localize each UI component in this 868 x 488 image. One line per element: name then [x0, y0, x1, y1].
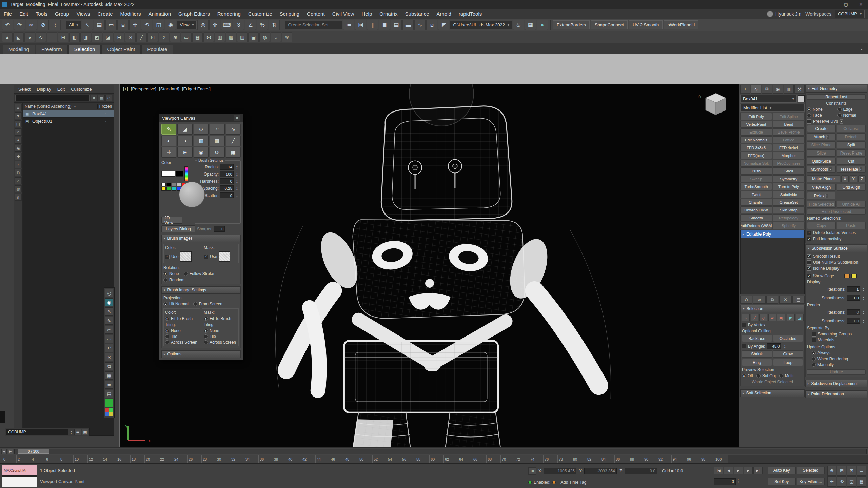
show-end-result-icon[interactable]: ∞	[753, 296, 765, 304]
unlink-selection-icon[interactable]: ⊘	[38, 20, 49, 30]
minimize-button[interactable]: –	[824, 0, 838, 9]
edge-mode-icon[interactable]: ╱	[751, 314, 758, 321]
element-mode-icon[interactable]: ▣	[777, 314, 785, 321]
material-editor-icon[interactable]: ◩	[438, 20, 449, 30]
cgbump-grid-icon[interactable]: ▦	[82, 429, 88, 435]
modifier-button[interactable]: Lattice	[773, 136, 805, 143]
by-angle-checkbox[interactable]: By Angle: 45.0	[742, 343, 803, 349]
motion-tab[interactable]: ◉	[773, 85, 783, 94]
grow-button[interactable]: Grow	[773, 350, 803, 358]
update-option-radio[interactable]: ● Always	[807, 351, 866, 355]
explorer-menu-item[interactable]: Select	[15, 87, 34, 92]
brush-images-rollout-header[interactable]: ▾Brush Images	[161, 235, 241, 242]
set-key-button[interactable]: Set Key	[768, 478, 796, 485]
cgbump-input[interactable]: CGBUMP	[6, 429, 68, 435]
edit-geometry-button[interactable]: Slice Plane	[807, 141, 836, 148]
sharpen-field[interactable]: 0	[214, 226, 225, 232]
palette-color-cell[interactable]	[166, 187, 171, 191]
modifier-button[interactable]: Morpher	[773, 152, 805, 159]
adaptive-degradation-toggle[interactable]: Enabled:	[528, 480, 556, 485]
knife-tool-icon[interactable]: ✂	[105, 326, 113, 334]
soft-selection-icon[interactable]: ◣	[13, 32, 24, 42]
modifier-button[interactable]: Skin Wrap	[773, 206, 805, 214]
shape-connect-button[interactable]: ShapeConnect	[591, 20, 628, 29]
make-planar-button[interactable]: Make Planar	[807, 175, 840, 182]
edit-geometry-button[interactable]: Detach	[837, 133, 866, 140]
erase-tool[interactable]: ◪	[177, 124, 192, 135]
current-frame-field[interactable]: 0	[714, 478, 736, 485]
render-iterations-field[interactable]: 0	[847, 309, 860, 315]
lock-explorer-icon[interactable]: ⊝	[105, 95, 112, 101]
uv2smooth-button[interactable]: UV 2 Smooth	[629, 20, 663, 29]
explorer-filter-icon[interactable]: ▾	[15, 112, 22, 119]
separate-by-checkbox[interactable]: Materials	[807, 338, 866, 342]
select-and-link-icon[interactable]: ∞	[26, 20, 37, 30]
align-icon[interactable]: ∥	[367, 20, 378, 30]
hierarchy-tab[interactable]: ⧉	[762, 85, 772, 94]
ribbon-tab[interactable]: Populate	[141, 45, 173, 54]
mask-tiling-radio[interactable]: Across Screen	[204, 340, 237, 345]
add-time-tag[interactable]: Add Time Tag	[560, 480, 586, 485]
separate-by-checkbox[interactable]: Smoothing Groups	[807, 332, 866, 337]
viewport-layout-icon[interactable]: ▦	[857, 476, 866, 487]
spinner[interactable]	[862, 296, 866, 300]
menu-item[interactable]: Group	[51, 9, 73, 19]
remove-modifier-icon[interactable]: ✕	[779, 296, 791, 304]
duplicate-stroke-icon[interactable]: ⧉	[105, 362, 113, 370]
rotation-random-radio[interactable]: Random	[163, 278, 239, 282]
loop-button[interactable]: Loop	[773, 359, 803, 366]
isolate-selection-icon[interactable]: ◍	[259, 32, 270, 42]
render-smoothness-field[interactable]: 1.0	[847, 318, 860, 324]
color-fit-to-brush-radio[interactable]: ● Fit To Brush	[165, 316, 198, 321]
by-vertex-checkbox[interactable]: By Vertex	[742, 323, 803, 327]
modifier-list-select[interactable]: Modifier List	[740, 104, 805, 112]
canvas-target-icon[interactable]: ◎	[105, 289, 113, 297]
pan-icon[interactable]: ✛	[827, 476, 836, 487]
time-slider-handle[interactable]: 0 / 100	[18, 449, 49, 454]
spinner[interactable]	[862, 310, 866, 315]
spinner[interactable]	[235, 179, 239, 184]
palette-swatch[interactable]	[105, 408, 113, 416]
clear-search-icon[interactable]: ✕	[91, 95, 97, 101]
viewport-label-part[interactable]: [Standard]	[159, 86, 179, 92]
make-planar-icon[interactable]: ▭	[181, 32, 192, 42]
pencil-tool-icon[interactable]: ✎	[105, 317, 113, 325]
palette-color-cell[interactable]	[161, 187, 166, 191]
utilities-tab[interactable]: ⚒	[794, 85, 805, 94]
palette-color-cell[interactable]	[172, 187, 176, 191]
select-and-scale-icon[interactable]: ◱	[153, 20, 164, 30]
inset-tool-icon[interactable]: ◩	[92, 32, 102, 42]
angle-snap-icon[interactable]: ∠	[245, 20, 256, 30]
viewport-canvas-titlebar[interactable]: Viewport Canvas ✕	[159, 114, 243, 122]
key-filters-button[interactable]: Key Filters...	[797, 478, 825, 485]
select-object-icon[interactable]: ↖	[82, 20, 93, 30]
menu-item[interactable]: Views	[73, 9, 94, 19]
cage-selected-color-swatch[interactable]	[851, 274, 857, 278]
menu-item[interactable]: Help	[358, 9, 376, 19]
coordinate-field[interactable]: X: 1005.425	[538, 468, 576, 474]
spinner[interactable]	[235, 193, 239, 198]
viewport-layouts-tab[interactable]	[0, 411, 5, 423]
modifier-button[interactable]: PathDeform (WSM)	[740, 222, 772, 229]
menu-item[interactable]: Arnold	[433, 9, 455, 19]
edit-geometry-button[interactable]: Split	[837, 141, 866, 148]
explorer-menu-item[interactable]: Display	[34, 87, 54, 92]
render-production-icon[interactable]: ●	[537, 20, 548, 30]
explorer-search-input[interactable]	[15, 95, 90, 101]
color-tiling-radio[interactable]: Tile	[165, 334, 198, 339]
edit-named-selection-sets-icon[interactable]: ≔	[343, 20, 354, 30]
coordinate-field[interactable]: Y: -2093.354	[579, 468, 617, 474]
project-folder-select[interactable]: C:\Users\UI...ds Max 2022	[450, 21, 512, 29]
create-tab[interactable]: +	[740, 85, 750, 94]
dodge-tool[interactable]: ◐	[161, 136, 176, 146]
color-use-checkbox[interactable]: ✓	[165, 255, 170, 259]
scene-object-row[interactable]: ▣ Object001 ▫	[23, 118, 114, 125]
pan-canvas-tool[interactable]: ✛	[161, 147, 176, 158]
viewcube[interactable]	[702, 90, 729, 118]
key-mode-select[interactable]: Selected	[797, 467, 825, 474]
smart-select-icon[interactable]: ▲	[2, 32, 13, 42]
select-and-rotate-icon[interactable]: ⟲	[141, 20, 152, 30]
modifier-button[interactable]: Turn to Poly	[773, 183, 805, 190]
select-and-place-icon[interactable]: ◉	[165, 20, 176, 30]
menu-item[interactable]: Edit	[16, 9, 32, 19]
